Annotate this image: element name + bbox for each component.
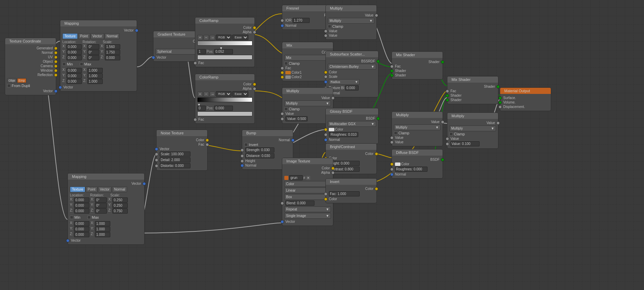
window-socket[interactable] <box>54 69 58 72</box>
mat-displace-in[interactable] <box>498 105 502 109</box>
mul1-clamp-check[interactable] <box>328 25 331 28</box>
cr1-flip-btn[interactable]: ↔ <box>210 35 215 40</box>
img-color-out[interactable] <box>331 167 335 170</box>
cr2-ease-select[interactable]: Ease <box>232 91 248 97</box>
bright-color-out[interactable] <box>375 152 378 156</box>
mul1-type-dropdown[interactable]: Multiply ▼ <box>328 18 374 24</box>
mul2-type-dropdown[interactable]: Multiply ▼ <box>284 100 331 106</box>
ms2-shader1-in[interactable] <box>446 94 449 97</box>
max-x[interactable] <box>87 68 103 73</box>
scale-y-input[interactable] <box>105 50 120 55</box>
m2-scale-y[interactable] <box>112 203 128 208</box>
invert-color-out[interactable] <box>375 187 378 191</box>
mul4-type-dropdown[interactable]: Multiply ▼ <box>449 125 496 131</box>
m2-min-x[interactable] <box>74 221 89 226</box>
invert-fac-in[interactable] <box>324 192 327 196</box>
bright-bright-field[interactable]: Bright: 0.000 <box>329 161 360 166</box>
mapping1-vector-in[interactable] <box>59 86 62 89</box>
m2-min-z[interactable] <box>74 232 89 237</box>
from-dupli-checkbox[interactable] <box>7 84 11 87</box>
max-check[interactable] <box>80 62 83 66</box>
diff-rough-field[interactable]: Roughnes: 0.000 <box>395 167 428 172</box>
diff-bsdf-out[interactable] <box>441 158 444 161</box>
cr2-pos-val[interactable] <box>214 106 233 111</box>
loc-x-input[interactable] <box>66 44 82 49</box>
bump-strength-field[interactable]: Strength: 0.030 <box>245 147 274 153</box>
mapping1-tab-point[interactable]: Point <box>78 33 90 39</box>
mix1-color1-in[interactable] <box>281 71 284 74</box>
generated-socket[interactable] <box>54 47 58 50</box>
ms2-shader2-in[interactable] <box>446 98 449 102</box>
img-extension-dropdown[interactable]: Linear ▼ <box>284 188 331 193</box>
invert-color-in[interactable] <box>324 197 327 201</box>
m2-loc-y[interactable] <box>74 203 89 208</box>
sub-texbl-input[interactable] <box>345 85 359 90</box>
mapping1-tab-vector[interactable]: Vector <box>90 33 104 39</box>
vector-out-socket[interactable] <box>54 89 58 93</box>
mul2-clamp-check[interactable] <box>284 107 288 111</box>
mix1-type-dropdown[interactable]: Mix ▼ <box>284 55 331 61</box>
mul3-clamp-check[interactable] <box>394 131 397 135</box>
noise-scale-in[interactable] <box>155 153 158 156</box>
scale-x-input[interactable] <box>105 44 120 49</box>
mat-surface-in[interactable] <box>498 96 502 100</box>
img-x-btn[interactable]: ✕ <box>306 176 310 180</box>
fresnel-ior-in[interactable] <box>281 19 284 22</box>
cr2-color-out[interactable] <box>253 83 256 86</box>
glossy-bsdf-out[interactable] <box>376 117 380 120</box>
diff-rough-in[interactable] <box>390 168 394 171</box>
m2-max-x[interactable] <box>95 221 110 226</box>
mat-volume-in[interactable] <box>498 101 502 104</box>
ms2-shader-out[interactable] <box>496 85 500 88</box>
img-color-dropdown[interactable]: Color ▼ <box>284 181 331 187</box>
noise-distort-field[interactable]: Distortio: 0.000 <box>160 163 190 168</box>
reflection-socket[interactable] <box>54 73 58 77</box>
m2-rot-z[interactable] <box>95 208 107 214</box>
mul3-value-out[interactable] <box>441 120 444 124</box>
ms1-shader-out[interactable] <box>441 60 444 64</box>
mul2-value-out[interactable] <box>331 96 335 100</box>
cr1-interp-select[interactable]: RGB <box>216 35 232 40</box>
cr1-pos-val[interactable] <box>214 49 233 54</box>
m2-max-check[interactable] <box>87 216 91 219</box>
mix1-fac-in[interactable] <box>281 67 284 70</box>
glossy-rough-in[interactable] <box>324 133 327 136</box>
mapping2-tab-point[interactable]: Point <box>86 186 98 192</box>
img-repeat-dropdown[interactable]: Repeat ▼ <box>284 206 331 212</box>
img-file-input[interactable] <box>289 175 303 180</box>
cr1-alpha-out[interactable] <box>253 31 256 34</box>
rot-y-input[interactable] <box>87 50 99 55</box>
img-alpha-out[interactable] <box>331 171 335 174</box>
loc-y-input[interactable] <box>66 50 82 55</box>
mapping2-tab-texture[interactable]: Texture <box>70 186 85 192</box>
mul4-val1-in[interactable] <box>446 137 449 141</box>
m2-rot-y[interactable] <box>95 203 107 208</box>
obje-field[interactable]: Obje <box>7 78 16 83</box>
m2-max-z[interactable] <box>95 232 110 237</box>
mix1-clamp-check[interactable] <box>284 62 288 65</box>
cr2-fac-in[interactable] <box>194 118 197 121</box>
img-single-dropdown[interactable]: Single Image ▼ <box>284 213 331 219</box>
mapping1-tab-normal[interactable]: Normal <box>104 33 120 39</box>
uv-socket[interactable] <box>54 56 58 59</box>
mul1-val2-in[interactable] <box>324 34 327 37</box>
max-z[interactable] <box>87 79 103 84</box>
mul1-val1-in[interactable] <box>324 29 327 33</box>
m2-min-check[interactable] <box>70 216 73 219</box>
bump-normal-out[interactable] <box>291 138 295 142</box>
noise-detail-in[interactable] <box>155 158 158 162</box>
max-y[interactable] <box>87 73 103 78</box>
rot-z-input[interactable] <box>87 55 99 60</box>
mapping2-vector-out[interactable] <box>143 182 146 185</box>
glossy-rough-field[interactable]: Roughnes: 0.010 <box>329 132 358 137</box>
bump-normal-in[interactable] <box>240 164 244 167</box>
invert-fac-field[interactable]: Fac: 1.000 <box>329 191 360 196</box>
cr1-add-btn[interactable]: + <box>197 35 203 40</box>
ms1-shader2-in[interactable] <box>390 74 394 77</box>
m2-scale-x[interactable] <box>112 197 128 203</box>
cr2-alpha-out[interactable] <box>253 87 256 90</box>
mul3-type-dropdown[interactable]: Multiply ▼ <box>394 124 441 130</box>
glossy-normal-in[interactable] <box>324 138 327 142</box>
bump-invert-check[interactable] <box>244 143 248 146</box>
cr2-marker[interactable]: ▼ <box>197 103 201 107</box>
